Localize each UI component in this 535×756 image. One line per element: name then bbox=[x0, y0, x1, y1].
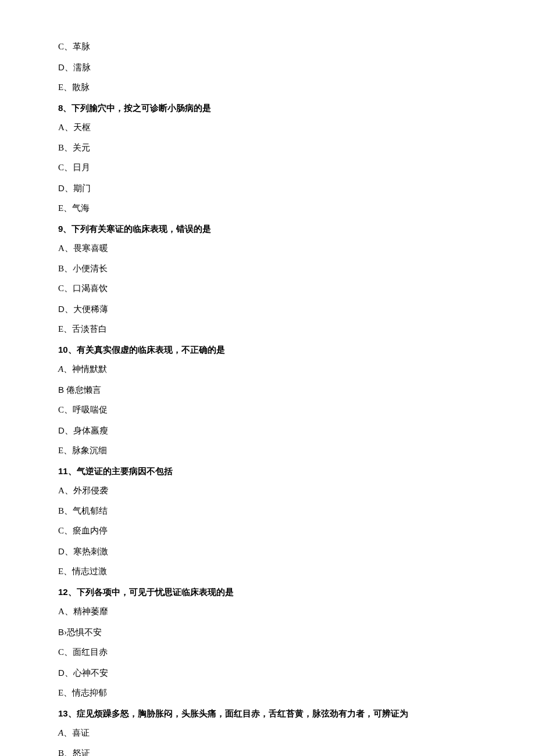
option-text: A、天枢 bbox=[58, 123, 91, 132]
answer-option: E、脉象沉细 bbox=[58, 445, 477, 457]
option-letter: D bbox=[58, 304, 65, 314]
option-letter: D bbox=[58, 425, 65, 435]
option-letter: D bbox=[58, 668, 65, 678]
question-stem: 9、下列有关寒证的临床表现，错误的是 bbox=[58, 223, 477, 235]
answer-option: D、濡脉 bbox=[58, 61, 477, 74]
option-text: A、畏寒喜暖 bbox=[58, 243, 108, 253]
option-text: E、气海 bbox=[58, 203, 90, 213]
option-rest: 、喜证 bbox=[63, 728, 90, 737]
option-text: E、脉象沉细 bbox=[58, 446, 107, 455]
option-rest: 、期门 bbox=[65, 184, 91, 193]
option-text: A、外邪侵袭 bbox=[58, 486, 108, 495]
option-text: C、呼吸喘促 bbox=[58, 405, 108, 414]
answer-option: A、精神萎靡 bbox=[58, 605, 477, 618]
option-text: E、情志过激 bbox=[58, 567, 107, 576]
option-text: B、关元 bbox=[58, 143, 90, 152]
answer-option: D、期门 bbox=[58, 182, 477, 195]
answer-option: A、喜证 bbox=[58, 727, 477, 739]
question-stem: 11、气逆证的主要病因不包括 bbox=[58, 465, 477, 477]
question-text: 13、症见烦躁多怒，胸胁胀闷，头胀头痛，面红目赤，舌红苔黄，脉弦劲有力者，可辨证… bbox=[58, 708, 408, 718]
option-text: B、气机郁结 bbox=[58, 506, 108, 515]
answer-option: B、怒证 bbox=[58, 747, 477, 757]
option-text: E、舌淡苔白 bbox=[58, 324, 107, 334]
answer-option: E、舌淡苔白 bbox=[58, 323, 477, 335]
option-text: E、情志抑郁 bbox=[58, 688, 107, 697]
answer-option: B、小便清长 bbox=[58, 263, 477, 275]
option-text: B、怒证 bbox=[58, 748, 90, 757]
answer-option: D、心神不安 bbox=[58, 667, 477, 679]
option-text: C、革脉 bbox=[58, 42, 90, 51]
answer-option: D、身体羸瘦 bbox=[58, 424, 477, 437]
option-rest: 、大便稀薄 bbox=[65, 304, 108, 314]
answer-option: C、日月 bbox=[58, 162, 477, 174]
option-letter: B bbox=[58, 385, 64, 395]
answer-option: A、外邪侵袭 bbox=[58, 485, 477, 497]
option-text: C、面红目赤 bbox=[58, 647, 108, 657]
answer-option: C、呼吸喘促 bbox=[58, 404, 477, 416]
question-stem: 10、有关真实假虚的临床表现，不正确的是 bbox=[58, 343, 477, 356]
option-letter: B bbox=[58, 627, 64, 637]
answer-option: B、气机郁结 bbox=[58, 505, 477, 517]
option-rest: 、神情默默 bbox=[63, 364, 107, 374]
question-text: 10、有关真实假虚的临床表现，不正确的是 bbox=[58, 345, 225, 354]
answer-option: D、大便稀薄 bbox=[58, 303, 477, 316]
answer-option: C、瘀血内停 bbox=[58, 525, 477, 537]
question-text: 12、下列各项中，可见于忧思证临床表现的是 bbox=[58, 587, 234, 597]
document-body: C、革脉D、濡脉E、散脉8、下列腧穴中，按之可诊断小肠病的是A、天枢B、关元C、… bbox=[58, 41, 477, 756]
option-text: C、瘀血内停 bbox=[58, 526, 108, 535]
option-rest: 、身体羸瘦 bbox=[65, 426, 108, 435]
option-rest: 、心神不安 bbox=[65, 668, 108, 678]
answer-option: A、神情默默 bbox=[58, 363, 477, 375]
option-text: C、口渴喜饮 bbox=[58, 284, 108, 293]
answer-option: A、天枢 bbox=[58, 121, 477, 134]
option-text: C、日月 bbox=[58, 163, 90, 172]
option-text: B、小便清长 bbox=[58, 264, 108, 273]
answer-option: B 倦怠懒言 bbox=[58, 384, 477, 396]
question-text: 11、气逆证的主要病因不包括 bbox=[58, 466, 173, 476]
answer-option: D、寒热刺激 bbox=[58, 545, 477, 558]
answer-option: E、情志抑郁 bbox=[58, 687, 477, 699]
option-rest: 、濡脉 bbox=[65, 63, 91, 72]
option-letter: D bbox=[58, 183, 65, 193]
answer-option: C、面红目赤 bbox=[58, 646, 477, 658]
option-text: E、散脉 bbox=[58, 83, 90, 92]
option-letter: A bbox=[58, 364, 63, 374]
question-text: 9、下列有关寒证的临床表现，错误的是 bbox=[58, 224, 211, 234]
question-stem: 8、下列腧穴中，按之可诊断小肠病的是 bbox=[58, 102, 477, 114]
option-letter: D bbox=[58, 546, 65, 556]
option-rest: 、寒热刺激 bbox=[65, 547, 108, 556]
option-text: A、精神萎靡 bbox=[58, 607, 108, 616]
question-text: 8、下列腧穴中，按之可诊断小肠病的是 bbox=[58, 103, 211, 113]
question-stem: 13、症见烦躁多怒，胸胁胀闷，头胀头痛，面红目赤，舌红苔黄，脉弦劲有力者，可辨证… bbox=[58, 707, 477, 719]
question-stem: 12、下列各项中，可见于忧思证临床表现的是 bbox=[58, 586, 477, 598]
option-rest: ›恐惧不安 bbox=[64, 628, 102, 637]
option-letter: A bbox=[58, 728, 63, 737]
option-letter: D bbox=[58, 62, 65, 72]
option-rest: 倦怠懒言 bbox=[64, 385, 101, 395]
answer-option: E、情志过激 bbox=[58, 565, 477, 578]
answer-option: C、口渴喜饮 bbox=[58, 282, 477, 295]
answer-option: B、关元 bbox=[58, 142, 477, 154]
answer-option: A、畏寒喜暖 bbox=[58, 242, 477, 255]
answer-option: E、散脉 bbox=[58, 81, 477, 94]
answer-option: E、气海 bbox=[58, 202, 477, 214]
answer-option: B›恐惧不安 bbox=[58, 626, 477, 639]
answer-option: C、革脉 bbox=[58, 41, 477, 53]
